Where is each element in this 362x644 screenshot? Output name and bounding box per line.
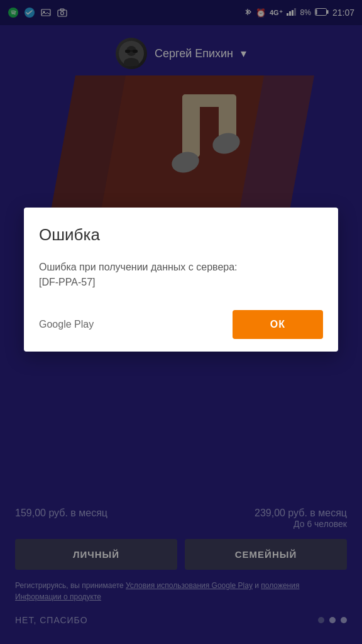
google-play-label: Google Play — [39, 319, 94, 330]
ok-button[interactable]: ОК — [233, 310, 323, 339]
dialog-message: Ошибка при получении данных с сервера:[D… — [39, 260, 323, 290]
dialog-overlay: Ошибка Ошибка при получении данных с сер… — [0, 0, 362, 644]
dialog-title: Ошибка — [39, 225, 323, 245]
dialog-footer: Google Play ОК — [39, 310, 323, 339]
error-dialog: Ошибка Ошибка при получении данных с сер… — [24, 208, 338, 352]
